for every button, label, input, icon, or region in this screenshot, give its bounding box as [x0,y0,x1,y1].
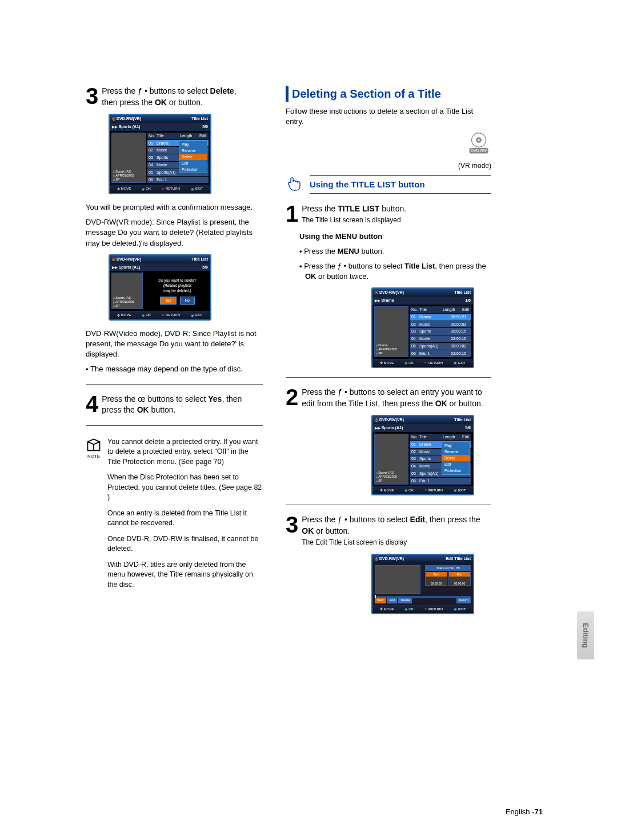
right-step-2-number: 2 [286,387,298,407]
using-menu-button-subhead: Using the MENU button [299,231,491,242]
hand-icon [286,174,304,195]
note-3: Once an entry is deleted from the Title … [107,509,263,529]
right-step-1-number: 1 [286,203,298,224]
step-4-block: 4 Press the œ buttons to select Yes, the… [86,394,263,416]
osd-edit-title-list: DVD-RW(VR)Edit Title List Title List No.… [371,554,474,614]
section-title: Deleting a Section of a Title [292,86,441,102]
step-3-number: 3 [86,86,98,106]
step-4-number: 4 [86,394,98,414]
step-4-text: Press the œ buttons to select Yes, then … [102,394,263,416]
note-icon: NOTE [86,437,102,596]
note-5: With DVD-R, titles are only deleted from… [107,560,263,590]
step-3-text: Press the ƒ • buttons to select Delete, … [102,86,263,108]
side-tab-editing: Editing [577,611,594,659]
right-column: Deleting a Section of a Title Follow the… [286,86,491,622]
vr-mode-text: DVD-RW(VR mode): Since Playlist is prese… [86,217,263,249]
osd-delete-confirm-dialog: DVD-RW(VR)Title List Sports (A1)5/6 Spor… [109,254,211,321]
right-step-3-number: 3 [286,514,298,535]
osd-title-list-drama: DVD-RW(VR)Title List Drama1/6 Drama APR/… [371,287,474,368]
step-3-block: 3 Press the ƒ • buttons to select Delete… [86,86,263,108]
svg-text:DVD-RW: DVD-RW [471,149,487,153]
right-step-1-block: 1 Press the TITLE LIST button. The Title… [286,203,491,226]
right-sep-1 [286,377,491,378]
video-mode-text: DVD-RW(Video mode), DVD-R: Since Playlis… [86,329,263,360]
svg-point-2 [478,139,479,141]
step-separator-2 [86,425,263,426]
using-title-list-button-header: Using the TITLE LIST button [286,174,491,195]
message-depend-bullet: The message may depend on the type of di… [91,364,263,374]
menu-bullet-1: Press the MENU button. [305,246,491,257]
confirm-msg-text: You will be prompted with a confirmation… [86,202,263,213]
menu-bullet-2: Press the ƒ • buttons to select Title Li… [305,261,491,282]
osd-title-list-popup-sports: DVD-RW(VR)Title List Sports (A1)5/6 Spor… [371,415,474,495]
note-4: Once DVD-R, DVD-RW is finalised, it cann… [107,534,263,554]
osd-title-list-popup-delete: DVD-RW(VR)Title List Sports (A1)5/6 Spor… [109,114,211,194]
section-accent-bar [286,86,289,102]
right-sep-2 [286,505,491,505]
dvd-rw-badge: DVD-RW [286,131,491,159]
left-column: 3 Press the ƒ • buttons to select Delete… [86,86,263,622]
right-step-2-block: 2 Press the ƒ • buttons to select an ent… [286,387,491,409]
section-intro: Follow these instructions to delete a se… [286,106,491,127]
section-header: Deleting a Section of a Title [286,86,491,102]
note-2: When the Disc Protection has been set to… [107,473,263,503]
note-1: You cannot delete a protected entry. If … [107,437,263,467]
right-step-3-block: 3 Press the ƒ • buttons to select Edit, … [286,514,491,548]
vr-mode-label: (VR mode) [286,161,491,171]
page-footer: English -71 [506,807,543,817]
note-block: NOTE You cannot delete a protected entry… [86,437,263,596]
step-separator [86,384,263,385]
